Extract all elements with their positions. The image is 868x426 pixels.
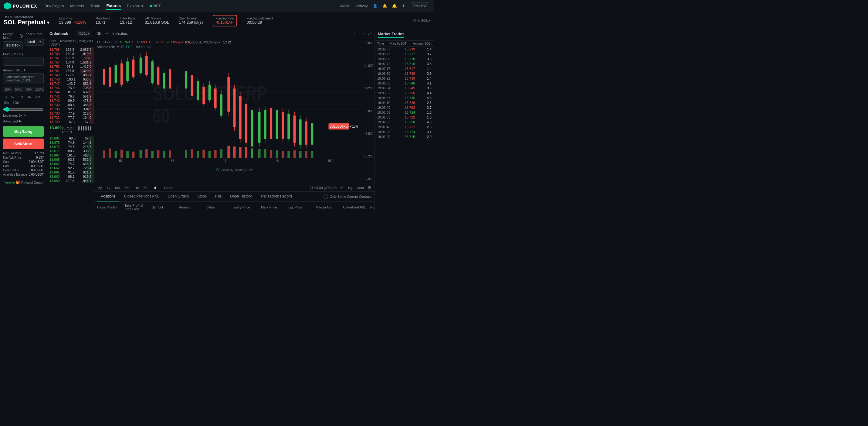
tf-goto[interactable]: Go to... <box>163 186 176 190</box>
orderbook-ask-row[interactable]: 13.74481.0632.9 <box>47 90 94 94</box>
amount-dropdown-icon[interactable]: ▾ <box>24 68 26 72</box>
ticker-unit[interactable]: Unit: SOL ▾ <box>413 19 430 23</box>
orderbook-ask-row[interactable]: 13.75396.11,417.0 <box>47 64 94 69</box>
tf-6m[interactable]: 6m <box>114 186 121 190</box>
leverage-slider[interactable] <box>3 107 44 112</box>
tab-positions[interactable]: Positions <box>97 192 119 201</box>
amount-input[interactable]: Order total cannot be lower than 0.1SOL <box>3 73 44 84</box>
nav-bell-icon[interactable]: 🔔 <box>382 4 387 8</box>
leverage-10x[interactable]: 10x <box>17 95 24 100</box>
tab-order-history[interactable]: Order History <box>226 192 255 201</box>
leverage-35x[interactable]: 35x <box>34 95 41 100</box>
logo[interactable]: POLONIEX <box>4 2 37 10</box>
nav-user-icon[interactable]: 👤 <box>373 4 377 8</box>
sell-short-button[interactable]: Sell/Short <box>3 139 44 149</box>
tab-transaction-record[interactable]: Transaction Record <box>257 192 296 201</box>
orderbook-ask-row[interactable]: 13.749127.51,083.1 <box>47 73 94 77</box>
orderbook-ask-row[interactable]: 13.73277.7134.9 <box>47 115 94 120</box>
orderbook-bid-row[interactable]: 13.68169.369.3 <box>47 136 94 140</box>
chart-log-btn[interactable]: log <box>347 186 354 190</box>
percent-btn-100[interactable]: 100% <box>35 87 44 92</box>
orderbook-ask-row[interactable]: 13.74675.9708.8 <box>47 86 94 90</box>
orderbook-ask-row[interactable]: 13.757164.91,581.9 <box>47 60 94 64</box>
advanced-link[interactable]: Advanced ▶ <box>3 119 44 123</box>
nav-trade[interactable]: Trade <box>90 2 100 9</box>
orderbook-ask-row[interactable]: 13.748103.1955.6 <box>47 77 94 81</box>
chart-timeframe-btn[interactable]: 1h <box>97 32 101 36</box>
nav-buy-crypto[interactable]: Buy Crypto <box>44 2 64 9</box>
nav-download-icon[interactable]: ⬇ <box>402 4 405 8</box>
tab-fills[interactable]: Fills <box>212 192 225 201</box>
orderbook-ask-row[interactable]: 13.74089.9475.2 <box>47 98 94 103</box>
tf-1y[interactable]: 1y <box>105 186 112 190</box>
nav-explore[interactable]: Explore ▾ <box>127 2 144 9</box>
orderbook-bid-row[interactable]: 13.66191.7821.1 <box>47 170 94 174</box>
leverage-5x[interactable]: 5x <box>10 95 16 100</box>
orderbook-decimal-select[interactable]: 0.001 ▾ <box>77 31 91 36</box>
nav-language[interactable]: EN/USD <box>410 2 430 9</box>
market-trade-row: 19:05:34↓ 13.7453.9 <box>375 86 434 90</box>
nav-wallet[interactable]: Wallet <box>340 4 350 8</box>
percent-btn-25[interactable]: 25% <box>3 87 12 92</box>
leverage-20x[interactable]: 20x <box>25 95 32 100</box>
nav-futures[interactable]: Futures <box>106 2 121 10</box>
orderbook-bid-row[interactable]: 13.66098.1919.2 <box>47 174 94 179</box>
chart-settings-btn[interactable]: ⚙ <box>368 186 371 190</box>
reward-center-link[interactable]: 🎁 Reward Center <box>16 180 44 184</box>
tf-1d[interactable]: 1d <box>151 186 157 190</box>
order-type-select[interactable]: Limit ▾ <box>25 38 44 46</box>
tf-3m[interactable]: 3m <box>124 186 130 190</box>
advanced-arrow: ▶ <box>19 119 22 123</box>
nav-notification-icon[interactable]: 🔔 <box>392 4 397 8</box>
orderbook-bid-row[interactable]: 13.667161.6468.5 <box>47 153 94 158</box>
orderbook-ask-row[interactable]: 13.73980.4385.3 <box>47 103 94 107</box>
orderbook-bid-row[interactable]: 13.66292.7729.4 <box>47 166 94 170</box>
chart-fullscreen-btn[interactable]: ⤢ <box>368 31 371 36</box>
orderbook-ask-row[interactable]: 13.751237.81,320.9 <box>47 69 94 73</box>
leverage-1x[interactable]: 1x <box>3 95 9 100</box>
chart-auto-btn[interactable]: auto <box>356 186 365 190</box>
tf-1m[interactable]: 1m <box>133 186 140 190</box>
orderbook-ask-row[interactable]: 13.747143.7852.5 <box>47 81 94 86</box>
tf-5d[interactable]: 5d <box>142 186 148 190</box>
chart-indicators-btn[interactable]: Indicators <box>112 32 128 36</box>
leverage-100x[interactable]: 100x <box>11 101 21 105</box>
chart-percent-btn[interactable]: % <box>339 186 344 190</box>
percent-btn-50[interactable]: 50% <box>14 87 23 92</box>
orderbook-ask-row[interactable]: 13.769168.32,087.9 <box>47 48 94 52</box>
orderbook-ask-row[interactable]: 13.761196.91,778.8 <box>47 56 94 60</box>
orderbook-bid-row[interactable]: 13.659122.21,041.4 <box>47 179 94 183</box>
leverage-50x[interactable]: 50x <box>3 101 10 105</box>
price-input[interactable] <box>3 57 44 66</box>
tab-closed-positions[interactable]: Closed Positions PNL <box>121 192 163 201</box>
leverage-edit-icon[interactable]: ✎ <box>24 114 26 117</box>
tab-open-orders[interactable]: Open Orders <box>164 192 192 201</box>
tab-stops[interactable]: Stops <box>194 192 210 201</box>
orderbook-ask-row[interactable]: 13.73692.1304.9 <box>47 107 94 111</box>
chart-undo-btn[interactable]: ← <box>353 31 358 36</box>
orderbook-ask-row[interactable]: 13.763140.81,919.6 <box>47 52 94 56</box>
margin-mode-select[interactable]: Isolated ▾ <box>3 41 23 49</box>
chart-redo-btn[interactable]: → <box>361 31 365 36</box>
cost-sell-row: Cost 0.00 USDT <box>3 164 44 168</box>
svg-rect-93 <box>163 151 165 158</box>
margin-mode-info-icon[interactable]: i <box>20 34 23 38</box>
nav-nft[interactable]: NFT <box>150 2 161 9</box>
buy-long-button[interactable]: Buy/Long <box>3 126 44 137</box>
nav-markets[interactable]: Markets <box>70 2 84 9</box>
orderbook-bid-row[interactable]: 13.66474.7636.7 <box>47 162 94 166</box>
orderbook-bid-row[interactable]: 13.67574.5218.7 <box>47 145 94 149</box>
orderbook-bid-row[interactable]: 13.66593.5562.0 <box>47 158 94 162</box>
svg-rect-114 <box>299 151 302 158</box>
orderbook-bid-row[interactable]: 13.67874.9144.2 <box>47 140 94 145</box>
orderbook-bid-row[interactable]: 13.67188.2306.9 <box>47 149 94 153</box>
orderbook-ask-row[interactable]: 13.73377.9212.8 <box>47 111 94 115</box>
tf-5y[interactable]: 5y <box>97 186 103 190</box>
percent-btn-75[interactable]: 75% <box>24 87 33 92</box>
orderbook-ask-row[interactable]: 13.72957.257.2 <box>47 120 94 124</box>
transfer-link[interactable]: Transfer <box>3 180 16 184</box>
orderbook-ask-row[interactable]: 13.74176.7551.9 <box>47 94 94 98</box>
only-current-checkbox[interactable] <box>323 195 328 199</box>
nav-activity[interactable]: Activity <box>355 4 368 8</box>
svg-rect-88 <box>132 152 135 158</box>
